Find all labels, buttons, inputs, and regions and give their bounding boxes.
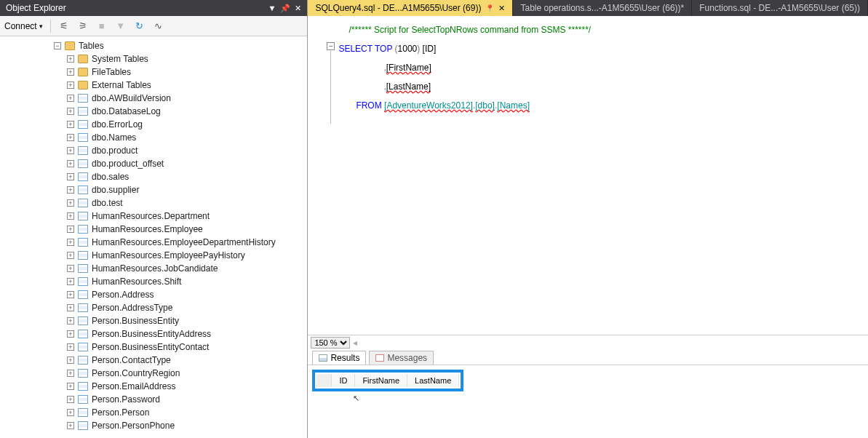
expand-toggle[interactable]	[67, 95, 74, 102]
expand-toggle[interactable]	[67, 239, 74, 246]
table-item[interactable]: Person.Password	[67, 393, 307, 406]
table-item[interactable]: dbo.sales	[67, 170, 307, 183]
close-icon[interactable]: ✕	[295, 4, 301, 13]
expand-toggle[interactable]	[67, 55, 74, 63]
table-icon	[78, 251, 88, 260]
table-item[interactable]: dbo.supplier	[67, 183, 307, 196]
table-item[interactable]: HumanResources.EmployeeDepartmentHistory	[67, 236, 307, 249]
expand-toggle[interactable]	[67, 422, 74, 429]
table-item[interactable]: HumanResources.Department	[67, 210, 307, 223]
table-label: dbo.Names	[92, 132, 136, 143]
stop-icon[interactable]: ■	[96, 20, 108, 32]
expand-toggle[interactable]	[67, 357, 74, 364]
expand-toggle[interactable]	[67, 265, 74, 272]
table-label: dbo.DatabaseLog	[92, 106, 161, 116]
expand-toggle[interactable]	[67, 160, 74, 167]
expand-toggle[interactable]	[67, 383, 74, 390]
table-item[interactable]: Person.CountryRegion	[67, 367, 307, 380]
expand-toggle[interactable]	[67, 304, 74, 311]
pin-icon[interactable]: 📌	[280, 4, 290, 13]
expand-toggle[interactable]	[54, 42, 61, 49]
expand-toggle[interactable]	[67, 81, 74, 89]
kw-select: SELECT	[338, 44, 372, 54]
table-item[interactable]: dbo.AWBuildVersion	[67, 92, 307, 105]
expand-toggle[interactable]	[67, 330, 74, 338]
result-column-header[interactable]: FirstName	[355, 374, 407, 387]
disconnect-icon[interactable]: ⚟	[58, 20, 70, 32]
table-item[interactable]: Person.ContactType	[67, 354, 307, 367]
subfolder-item[interactable]: FileTables	[67, 65, 307, 79]
activity-icon[interactable]: ∿	[153, 20, 164, 32]
close-icon[interactable]: ✕	[498, 4, 505, 13]
results-grid[interactable]: IDFirstNameLastName	[312, 370, 463, 391]
expand-toggle[interactable]	[67, 121, 74, 128]
pin-icon[interactable]: 📍	[485, 4, 494, 12]
expand-toggle[interactable]	[67, 134, 74, 141]
document-tab[interactable]: SQLQuery4.sql - DE...A1M5655\User (69))📍…	[308, 0, 513, 16]
table-item[interactable]: dbo.product_offset	[67, 157, 307, 170]
filter-icon[interactable]: ▼	[115, 20, 127, 32]
connect-button[interactable]: Connect	[4, 21, 43, 31]
chevron-left-icon[interactable]: ◂	[353, 338, 357, 348]
table-icon	[78, 356, 88, 365]
tab-messages-label: Messages	[387, 353, 427, 363]
tree-view[interactable]: Tables System TablesFileTablesExternal T…	[0, 36, 307, 438]
expand-toggle[interactable]	[67, 68, 74, 76]
table-item[interactable]: Person.BusinessEntityAddress	[67, 327, 307, 341]
table-item[interactable]: HumanResources.Employee	[67, 223, 307, 236]
table-icon	[78, 225, 88, 234]
table-item[interactable]: dbo.DatabaseLog	[67, 105, 307, 118]
result-column-header[interactable]: ID	[332, 374, 355, 387]
subfolder-item[interactable]: External Tables	[67, 79, 307, 92]
expand-toggle[interactable]	[67, 199, 74, 207]
folder-tables[interactable]: Tables	[54, 39, 307, 52]
sql-editor[interactable]: − /****** Script for SelectTopNRows comm…	[308, 16, 868, 335]
tab-messages[interactable]: Messages	[369, 351, 434, 365]
dropdown-icon[interactable]: ▼	[268, 4, 276, 12]
table-item[interactable]: Person.EmailAddress	[67, 380, 307, 393]
disconnect-all-icon[interactable]: ⚞	[77, 20, 89, 32]
folder-label: External Tables	[92, 80, 151, 90]
kw-top: TOP	[375, 44, 392, 54]
expand-toggle[interactable]	[67, 278, 74, 285]
table-item[interactable]: Person.Address	[67, 288, 307, 301]
table-item[interactable]: HumanResources.Shift	[67, 275, 307, 288]
table-icon	[78, 369, 88, 378]
expand-toggle[interactable]	[67, 186, 74, 194]
table-label: dbo.AWBuildVersion	[92, 93, 171, 103]
expand-toggle[interactable]	[67, 147, 74, 154]
expand-toggle[interactable]	[67, 396, 74, 403]
expand-toggle[interactable]	[67, 212, 74, 220]
table-item[interactable]: HumanResources.JobCandidate	[67, 262, 307, 275]
table-item[interactable]: Person.PersonPhone	[67, 419, 307, 432]
table-icon	[78, 133, 88, 142]
folder-icon	[78, 68, 88, 76]
expand-toggle[interactable]	[67, 252, 74, 259]
table-item[interactable]: Person.BusinessEntity	[67, 314, 307, 327]
subfolder-item[interactable]: System Tables	[67, 52, 307, 65]
table-item[interactable]: dbo.ErrorLog	[67, 118, 307, 131]
table-item[interactable]: dbo.product	[67, 144, 307, 157]
table-item[interactable]: Person.AddressType	[67, 301, 307, 314]
table-item[interactable]: HumanResources.EmployeePayHistory	[67, 249, 307, 262]
result-column-header[interactable]: LastName	[407, 374, 459, 387]
tab-results[interactable]: Results	[312, 351, 366, 365]
outline-collapse-icon[interactable]: −	[327, 42, 335, 50]
zoom-select[interactable]: 150 %	[311, 337, 350, 349]
table-label: dbo.supplier	[92, 185, 139, 195]
refresh-icon[interactable]: ↻	[134, 20, 146, 32]
table-item[interactable]: dbo.Names	[67, 131, 307, 144]
expand-toggle[interactable]	[67, 317, 74, 324]
expand-toggle[interactable]	[67, 173, 74, 180]
document-tab[interactable]: Functions.sql - DE...-A1M5655\User (65))	[692, 0, 868, 16]
table-item[interactable]: Person.Person	[67, 406, 307, 419]
expand-toggle[interactable]	[67, 226, 74, 233]
expand-toggle[interactable]	[67, 291, 74, 298]
expand-toggle[interactable]	[67, 343, 74, 351]
table-item[interactable]: Person.BusinessEntityContact	[67, 341, 307, 354]
document-tab[interactable]: Table operations.s...-A1M5655\User (66))…	[513, 0, 692, 16]
expand-toggle[interactable]	[67, 108, 74, 115]
expand-toggle[interactable]	[67, 370, 74, 377]
expand-toggle[interactable]	[67, 409, 74, 416]
table-item[interactable]: dbo.test	[67, 196, 307, 210]
